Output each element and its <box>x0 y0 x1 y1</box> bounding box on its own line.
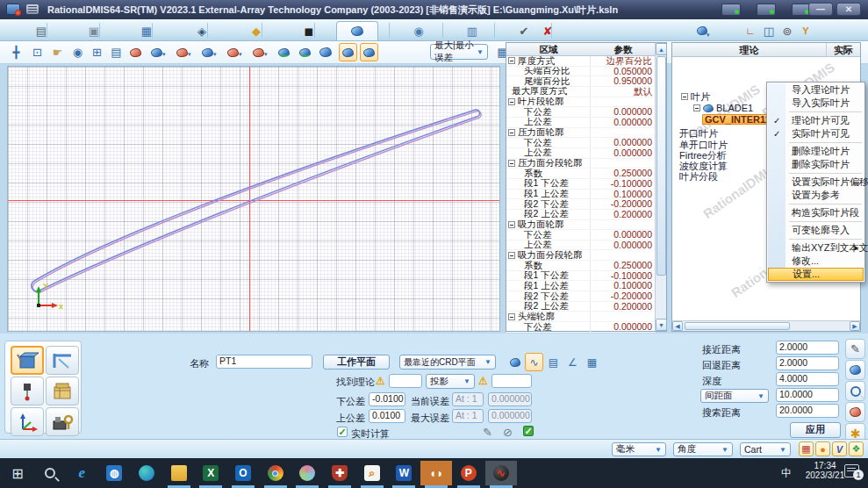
param-input-2[interactable]: 4.0000 <box>776 372 839 386</box>
multi-sensor-icon[interactable]: ❖ <box>849 441 864 456</box>
table-row[interactable]: 最大厚度方式默认 <box>506 87 656 97</box>
folder-icon[interactable] <box>163 461 195 485</box>
blade-edit-icon[interactable] <box>339 43 357 61</box>
angle-combo[interactable]: 角度▼ <box>673 442 733 456</box>
error-mode-combo[interactable]: 最大|最小误差▼ <box>430 44 488 60</box>
ribbon-eye-tab[interactable]: ◉ <box>398 21 440 40</box>
table-row[interactable]: 段2 上公差0.200000 <box>506 302 656 312</box>
tree-item-开口叶片[interactable]: 开口叶片 <box>678 128 721 139</box>
name-input[interactable]: PT1 <box>216 355 312 369</box>
camera-icon[interactable]: ⊚ <box>778 21 796 40</box>
word-icon[interactable]: W <box>388 461 420 485</box>
ribbon-monitor-tab[interactable]: ▥ <box>451 21 493 40</box>
blade-multi-icon[interactable]: ▾ <box>249 43 268 61</box>
eraser-icon[interactable]: ⊘ <box>503 426 513 439</box>
scroll-up-icon[interactable]: ▲ <box>656 43 667 55</box>
ie-icon[interactable]: e <box>66 461 97 485</box>
blade-lower-icon[interactable] <box>275 43 293 61</box>
axis-icon[interactable]: ∟ <box>742 21 759 40</box>
machine-wrench-icon[interactable] <box>46 407 79 436</box>
param-input-4[interactable]: 20.0000 <box>776 404 839 418</box>
lower-tol-input[interactable]: -0.0100 <box>369 392 405 406</box>
menu-item-修改[interactable]: 修改... <box>768 255 864 268</box>
table-row[interactable]: 下公差0.000000 <box>506 322 656 333</box>
close-button[interactable]: ✕ <box>836 3 861 16</box>
vision-icon[interactable]: V <box>832 441 847 456</box>
menu-item-删除理论叶片[interactable]: 删除理论叶片 <box>768 145 864 158</box>
coord-combo[interactable]: Cart▼ <box>740 442 791 456</box>
ribbon-report-tab[interactable]: ▤ <box>20 21 62 40</box>
shield-icon[interactable]: ✚ <box>324 461 355 485</box>
dmis-icon[interactable]: ∿ <box>485 461 517 485</box>
table-scrollbar[interactable]: ▲ ▼ <box>655 43 666 331</box>
menu-item-构造实际叶片段[interactable]: 构造实际叶片段 <box>768 206 864 219</box>
collapse-icon[interactable] <box>508 252 515 259</box>
paint-icon[interactable] <box>291 461 323 485</box>
ribbon-ink-tab[interactable]: ◼ <box>288 21 330 40</box>
start-icon[interactable]: ⊞ <box>2 461 33 485</box>
view-icon[interactable]: ⊞ <box>88 43 106 61</box>
upper-tol-input[interactable]: 0.0100 <box>369 409 405 423</box>
menu-item-导入理论叶片[interactable]: 导入理论叶片 <box>768 83 864 97</box>
edge-icon[interactable] <box>131 461 162 485</box>
param-input-1[interactable]: 2.0000 <box>776 356 839 370</box>
tab-theory[interactable]: 理论 <box>672 43 827 56</box>
blade-upper-icon[interactable] <box>296 43 314 61</box>
excel-icon[interactable]: X <box>195 461 226 485</box>
powerpoint-icon[interactable]: P <box>453 461 484 485</box>
blade-edit2-icon[interactable] <box>360 43 378 61</box>
menu-item-设置实际叶片偏移[interactable]: 设置实际叶片偏移 <box>768 176 864 189</box>
table-probe-icon[interactable]: ▦ <box>583 353 601 371</box>
collapse-icon[interactable] <box>508 313 515 320</box>
collapse-icon[interactable] <box>681 93 688 100</box>
collapse-icon[interactable] <box>508 160 515 167</box>
blade-dropdown-icon[interactable]: ▾ <box>693 21 711 40</box>
projection-combo[interactable]: 投影▼ <box>426 374 475 389</box>
gauge-y-icon[interactable]: Y <box>797 21 814 40</box>
ribbon-blade-tab[interactable] <box>336 21 378 40</box>
menu-item-设置[interactable]: 设置... <box>768 268 864 281</box>
table-row[interactable]: 上公差0.000000 <box>506 148 656 159</box>
collapse-icon[interactable] <box>508 129 515 136</box>
ruler-icon[interactable]: ▤ <box>544 353 563 371</box>
ribbon-close-x-tab[interactable]: ✘ <box>527 21 569 40</box>
collapse-icon[interactable] <box>508 98 515 105</box>
angle-probe-icon[interactable]: ∠ <box>563 353 582 371</box>
app-icon[interactable] <box>6 4 20 15</box>
ribbon-probe-tab[interactable]: ◈ <box>181 21 223 40</box>
projection-value-input[interactable] <box>491 374 532 388</box>
collapse-icon[interactable] <box>508 57 515 64</box>
tree-item-GCVINTER11[interactable]: GCV_INTER11 <box>702 114 775 125</box>
menu-item-理论叶片可见[interactable]: ✓理论叶片可见 <box>768 114 864 127</box>
table-row[interactable]: 上公差0.000000 <box>506 118 656 128</box>
hand-icon[interactable]: ☛ <box>48 43 67 61</box>
search-icon[interactable] <box>34 461 66 485</box>
spacing-face-combo[interactable]: 间距面▼ <box>700 389 769 403</box>
realtime-checkbox[interactable]: ✓ <box>337 427 348 437</box>
workplane-button[interactable]: 工作平面 <box>323 355 390 370</box>
column-region[interactable]: 区域 <box>506 43 591 55</box>
scroll-thumb[interactable] <box>656 56 666 276</box>
edit-pencil-icon[interactable]: ✎ <box>483 426 492 439</box>
menu-item-设置为参考[interactable]: 设置为参考 <box>768 189 864 202</box>
machine-cube-icon[interactable] <box>11 346 44 375</box>
probe-tool-icon[interactable] <box>845 402 865 422</box>
param-input-3[interactable]: 10.0000 <box>776 388 839 402</box>
minimize-button[interactable]: — <box>808 3 833 16</box>
tree-item-叶片分段[interactable]: 叶片分段 <box>678 171 721 182</box>
ribbon-table-tab[interactable]: ▦ <box>126 21 168 40</box>
chrome-icon[interactable] <box>260 461 291 485</box>
ribbon-graphics-tab[interactable]: ◆ <box>235 21 277 40</box>
menu-item-删除实际叶片[interactable]: 删除实际叶片 <box>768 158 864 171</box>
scroll-thumb[interactable] <box>685 322 790 330</box>
collapse-icon[interactable] <box>693 104 700 111</box>
probe-blue-icon[interactable] <box>506 353 524 371</box>
found-theory-input[interactable] <box>389 374 422 388</box>
blue-app-icon[interactable]: ◍ <box>98 461 130 485</box>
probe-head-icon[interactable] <box>11 377 44 405</box>
axes-icon[interactable] <box>11 407 44 436</box>
scroll-left-icon[interactable]: ◀ <box>672 321 683 331</box>
collapse-icon[interactable] <box>508 221 515 228</box>
param-input-0[interactable]: 2.0000 <box>776 341 839 355</box>
blade-section-icon[interactable]: ▾ <box>173 43 191 61</box>
